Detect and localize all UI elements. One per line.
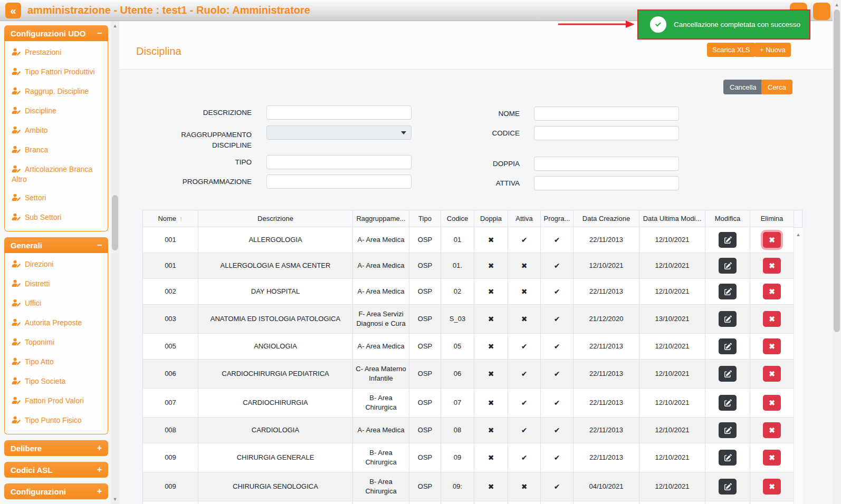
column-header-6[interactable]: Attiva bbox=[508, 210, 541, 227]
cell-doppia: ✖ bbox=[474, 305, 508, 334]
sidebar-section-header[interactable]: Generali− bbox=[4, 237, 108, 253]
cell-raggruppamento: B- Area Chirurgica bbox=[353, 389, 409, 418]
sidebar-item[interactable]: Direzioni bbox=[5, 255, 108, 275]
annotation-arrow bbox=[557, 20, 636, 29]
sidebar-item[interactable]: Settori bbox=[5, 189, 108, 208]
sidebar-item[interactable]: Tipo Societa bbox=[5, 372, 108, 392]
sidebar-item-label: Distretti bbox=[25, 279, 50, 288]
delete-row-button[interactable]: ✖ bbox=[763, 366, 781, 382]
sidebar-item[interactable]: Autorita Preposte bbox=[5, 314, 108, 333]
new-button[interactable]: + Nuova bbox=[754, 43, 791, 57]
sidebar-item[interactable]: Fattori Prod Valori bbox=[5, 392, 108, 411]
scroll-up-icon[interactable]: ▲ bbox=[794, 231, 802, 238]
sidebar-scrollbar-thumb[interactable] bbox=[112, 195, 118, 250]
column-header-7[interactable]: Progra... bbox=[541, 210, 574, 227]
label-doppia: DOPPIA bbox=[396, 157, 520, 171]
sidebar-item[interactable]: Ambito bbox=[5, 121, 108, 141]
edit-row-button[interactable] bbox=[719, 450, 737, 466]
edit-row-button[interactable] bbox=[719, 258, 737, 274]
sidebar-item[interactable]: Discipline bbox=[5, 102, 108, 121]
cell-elimina: ✖ bbox=[750, 227, 794, 253]
download-xls-button[interactable]: Scarica XLS bbox=[707, 43, 756, 57]
sidebar-item[interactable]: Articolazione Branca Altro bbox=[5, 160, 108, 189]
sidebar-item[interactable]: Uffici bbox=[5, 294, 108, 314]
sidebar-item-label: Prestazioni bbox=[25, 48, 61, 56]
sidebar-item[interactable]: Branca bbox=[5, 141, 108, 160]
sidebar-scrollbar[interactable]: ▲ ▼ bbox=[111, 21, 119, 504]
sidebar-section-header[interactable]: Delibere+ bbox=[4, 440, 108, 456]
sidebar-section: Configurazioni+ bbox=[4, 483, 108, 499]
column-header-11[interactable]: Elimina bbox=[750, 210, 794, 227]
cell-data_ultima_modifica: 12/10/2021 bbox=[639, 501, 705, 504]
descrizione-input[interactable] bbox=[266, 105, 412, 120]
column-header-3[interactable]: Tipo bbox=[409, 210, 441, 227]
cross-icon: ✖ bbox=[521, 482, 528, 491]
delete-row-button[interactable]: ✖ bbox=[763, 311, 781, 327]
edit-row-button[interactable] bbox=[719, 366, 737, 382]
sidebar-item[interactable]: Tipo Atto bbox=[5, 353, 108, 372]
sidebar-section-header[interactable]: Configurazioni+ bbox=[4, 483, 108, 499]
delete-row-button[interactable]: ✖ bbox=[763, 479, 781, 495]
edit-row-button[interactable] bbox=[719, 395, 737, 411]
label-descrizione: DESCRIZIONE bbox=[128, 105, 252, 120]
table-scrollbar[interactable]: ▲ bbox=[794, 228, 802, 504]
search-button[interactable]: Cerca bbox=[761, 80, 792, 94]
codice-input[interactable] bbox=[534, 126, 679, 140]
success-toast[interactable]: Cancellazione completata con successo bbox=[637, 9, 810, 40]
column-header-9[interactable]: Data Ultima Modi... bbox=[639, 210, 705, 227]
cell-nome: 001 bbox=[143, 253, 198, 279]
cell-attiva: ✖ bbox=[508, 253, 541, 279]
raggruppamento-discipline-select[interactable] bbox=[266, 125, 412, 140]
nome-input[interactable] bbox=[534, 106, 679, 121]
cell-raggruppamento: A- Area Medica bbox=[353, 279, 409, 305]
sidebar-section-header[interactable]: Configurazioni UDO− bbox=[4, 25, 108, 41]
column-header-0[interactable]: Nome↑ bbox=[143, 210, 198, 227]
sidebar-section-header[interactable]: Codici ASL+ bbox=[4, 462, 108, 478]
sidebar-item[interactable]: Raggrup. Discipline bbox=[5, 82, 108, 102]
delete-row-button[interactable]: ✖ bbox=[763, 284, 781, 299]
column-header-1[interactable]: Descrizione bbox=[198, 210, 353, 227]
edit-row-button[interactable] bbox=[719, 479, 737, 495]
cell-codice: 06 bbox=[441, 360, 474, 389]
sidebar-collapse-button[interactable]: « bbox=[5, 3, 21, 18]
sidebar-item[interactable]: Sub Settori bbox=[5, 208, 108, 228]
doppia-input[interactable] bbox=[534, 157, 679, 171]
delete-row-button[interactable]: ✖ bbox=[763, 258, 781, 274]
cell-data_creazione: 22/11/2013 bbox=[574, 389, 639, 418]
scroll-up-icon[interactable]: ▲ bbox=[111, 22, 119, 30]
delete-row-button[interactable]: ✖ bbox=[763, 422, 781, 438]
page-scrollbar-thumb[interactable] bbox=[834, 9, 840, 332]
column-header-4[interactable]: Codice bbox=[441, 210, 474, 227]
sidebar-item[interactable]: Tipo Punto Fisico bbox=[5, 411, 108, 431]
attiva-input[interactable] bbox=[534, 176, 679, 190]
tipo-input[interactable] bbox=[266, 155, 412, 169]
delete-row-button[interactable]: ✖ bbox=[763, 338, 781, 354]
edit-row-button[interactable] bbox=[719, 422, 737, 438]
sidebar-item[interactable]: Toponimi bbox=[5, 333, 108, 353]
edit-row-button[interactable] bbox=[719, 232, 737, 248]
cell-attiva: ✖ bbox=[508, 472, 541, 501]
user-edit-icon bbox=[12, 377, 21, 387]
header-icon-button-2[interactable] bbox=[813, 3, 830, 20]
edit-row-button[interactable] bbox=[719, 284, 737, 299]
column-header-2[interactable]: Raggruppame... bbox=[353, 210, 409, 227]
column-header-10[interactable]: Modifica bbox=[705, 210, 750, 227]
column-header-8[interactable]: Data Creazione bbox=[574, 210, 639, 227]
cell-elimina: ✖ bbox=[750, 389, 794, 418]
programmazione-input[interactable] bbox=[266, 175, 412, 189]
page-scrollbar[interactable]: ▲ bbox=[833, 0, 841, 504]
delete-row-button[interactable]: ✖ bbox=[763, 450, 781, 466]
edit-row-button[interactable] bbox=[719, 338, 737, 354]
delete-row-button[interactable]: ✖ bbox=[763, 395, 781, 411]
sidebar-item[interactable]: Distretti bbox=[5, 275, 108, 294]
cell-data_creazione: 22/11/2013 bbox=[574, 334, 639, 360]
column-header-5[interactable]: Doppia bbox=[474, 210, 508, 227]
sidebar-item[interactable]: Tipo Fattori Produttivi bbox=[5, 63, 108, 82]
check-icon: ✔ bbox=[554, 315, 560, 323]
sidebar-item[interactable]: Prestazioni bbox=[5, 43, 108, 63]
clear-button[interactable]: Cancella bbox=[723, 80, 763, 94]
edit-row-button[interactable] bbox=[719, 311, 737, 327]
delete-row-button[interactable]: ✖ bbox=[763, 232, 781, 248]
scroll-up-icon[interactable]: ▲ bbox=[833, 1, 841, 8]
scroll-down-icon[interactable]: ▼ bbox=[111, 496, 119, 503]
